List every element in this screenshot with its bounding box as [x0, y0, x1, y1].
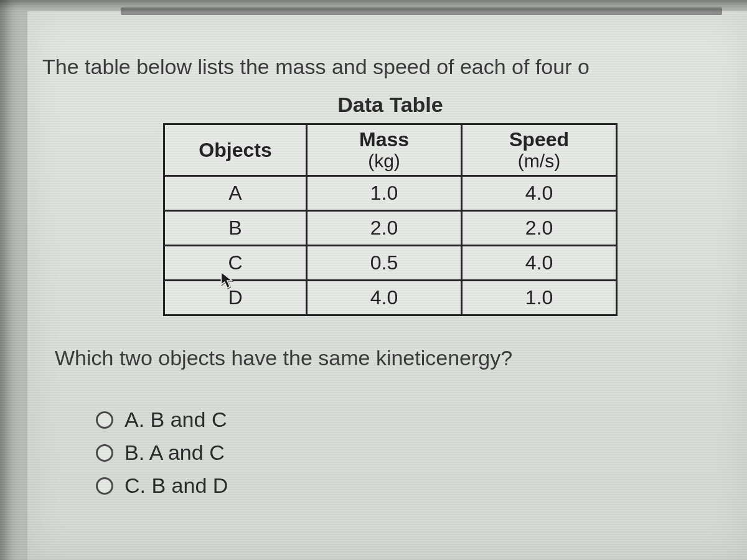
- question-content: The table below lists the mass and speed…: [27, 11, 747, 513]
- table-row: C 0.5 4.0: [164, 246, 617, 281]
- table-row: B 2.0 2.0: [164, 211, 617, 246]
- option-letter: B.: [125, 441, 144, 464]
- option-b[interactable]: B. A and C: [96, 441, 741, 465]
- option-a[interactable]: A. B and C: [96, 408, 741, 432]
- cell-object: C: [164, 246, 307, 281]
- cell-object: B: [164, 211, 307, 246]
- table-header-row: Objects Mass (kg) Speed (m/s): [164, 124, 617, 176]
- option-label: B. A and C: [125, 441, 225, 465]
- screen-frame: The table below lists the mass and speed…: [0, 0, 747, 560]
- cell-mass: 1.0: [307, 176, 462, 211]
- cell-mass: 4.0: [307, 281, 462, 315]
- option-letter: A.: [125, 408, 144, 431]
- header-mass-label: Mass: [359, 128, 409, 151]
- radio-icon[interactable]: [96, 444, 113, 462]
- table-title: Data Table: [216, 93, 565, 117]
- header-speed-unit: (m/s): [480, 151, 598, 171]
- table-row: D 4.0 1.0: [164, 281, 617, 315]
- cell-speed: 1.0: [462, 281, 617, 315]
- cell-speed: 2.0: [462, 211, 617, 246]
- header-objects-label: Objects: [199, 139, 271, 161]
- option-c[interactable]: C. B and D: [96, 474, 741, 498]
- header-mass: Mass (kg): [307, 124, 462, 176]
- cell-mass: 0.5: [307, 246, 462, 281]
- cell-mass: 2.0: [307, 211, 462, 246]
- table-row: A 1.0 4.0: [164, 176, 617, 211]
- option-text: A and C: [149, 441, 225, 464]
- header-mass-unit: (kg): [325, 151, 443, 171]
- header-speed: Speed (m/s): [462, 124, 617, 176]
- option-text: B and D: [151, 474, 228, 497]
- radio-icon[interactable]: [96, 477, 113, 495]
- option-letter: C.: [125, 474, 146, 497]
- option-text: B and C: [151, 408, 227, 431]
- header-objects: Objects: [164, 124, 307, 176]
- truncated-header-bar: [121, 7, 722, 15]
- option-label: A. B and C: [125, 408, 227, 432]
- radio-icon[interactable]: [96, 411, 113, 429]
- question-page: The table below lists the mass and speed…: [27, 11, 747, 560]
- question-text: Which two objects have the same kinetice…: [55, 346, 741, 370]
- intro-text: The table below lists the mass and speed…: [42, 55, 741, 79]
- data-table: Objects Mass (kg) Speed (m/s): [163, 123, 618, 316]
- cell-object: D: [164, 281, 307, 315]
- cell-speed: 4.0: [462, 246, 617, 281]
- option-label: C. B and D: [125, 474, 228, 498]
- cell-object: A: [164, 176, 307, 211]
- header-speed-label: Speed: [509, 128, 569, 151]
- answer-options: A. B and C B. A and C C. B and D: [96, 408, 741, 498]
- cell-speed: 4.0: [462, 176, 617, 211]
